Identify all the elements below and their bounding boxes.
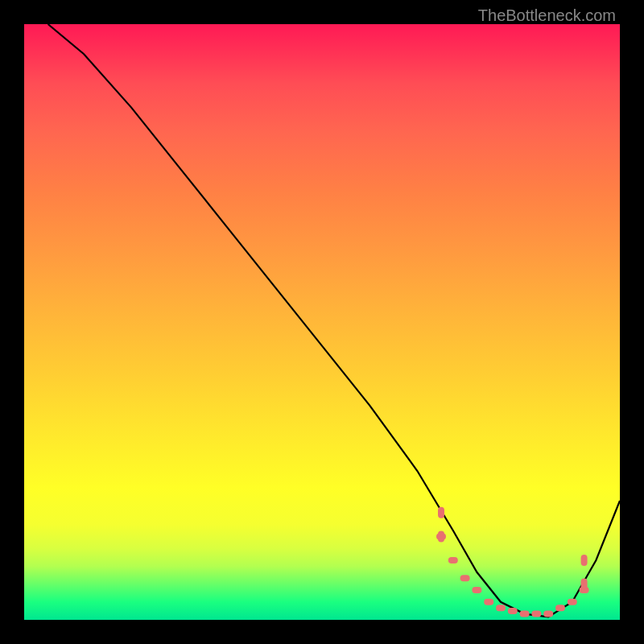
optimal-point bbox=[520, 611, 530, 617]
chart-overlay bbox=[24, 24, 620, 620]
optimal-point bbox=[555, 605, 565, 611]
optimal-point bbox=[531, 611, 541, 617]
attribution-label: TheBottleneck.com bbox=[478, 6, 616, 25]
curve-layer bbox=[48, 24, 620, 617]
optimal-point bbox=[568, 599, 577, 605]
optimal-point bbox=[448, 557, 458, 564]
optimal-point bbox=[496, 605, 506, 611]
optimal-tick bbox=[438, 530, 444, 542]
bottleneck-curve bbox=[48, 24, 620, 617]
optimal-point bbox=[472, 587, 481, 593]
optimal-tick bbox=[438, 507, 444, 518]
optimal-point bbox=[543, 611, 553, 617]
chart-container: TheBottleneck.com bbox=[0, 0, 644, 644]
optimal-range-points bbox=[436, 507, 589, 617]
optimal-tick bbox=[581, 579, 588, 590]
optimal-tick bbox=[581, 555, 588, 566]
optimal-point bbox=[508, 608, 518, 614]
optimal-point bbox=[484, 599, 493, 605]
optimal-point bbox=[460, 575, 470, 581]
